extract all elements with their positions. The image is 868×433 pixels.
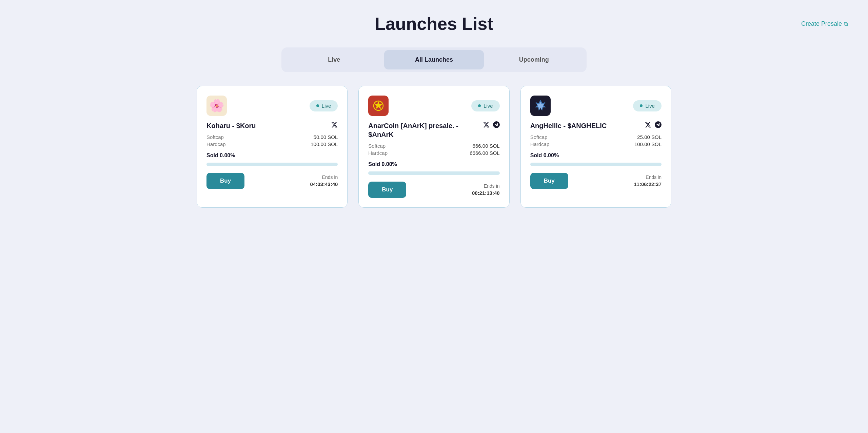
card-top-anarcoin: A Live — [368, 96, 499, 116]
card-bottom-anarcoin: Buy Ends in 00:21:13:40 — [368, 182, 499, 198]
card-title-koharu: Koharu - $Koru — [206, 121, 328, 130]
live-badge-anarcoin: Live — [471, 100, 500, 111]
svg-text:A: A — [377, 103, 380, 108]
buy-button-koharu[interactable]: Buy — [206, 173, 244, 189]
card-top-koharu: 🌸 Live — [206, 96, 338, 116]
card-title-row-koharu: Koharu - $Koru — [206, 121, 338, 130]
card-title-row-anarcoin: AnarCoin [AnArK] presale. - $AnArK — [368, 121, 499, 139]
hardcap-row-anarcoin: Hardcap 6666.00 SOL — [368, 150, 499, 156]
progress-bar-koharu — [206, 163, 338, 166]
card-anarcoin: A Live AnarCoin [AnArK] presale. - $AnAr… — [358, 86, 509, 208]
card-bottom-anghellic: Buy Ends in 11:06:22:37 — [530, 173, 662, 189]
external-link-icon: ⧉ — [844, 21, 848, 27]
twitter-icon-anghellic[interactable] — [645, 121, 651, 130]
softcap-row-anarcoin: Softcap 666.00 SOL — [368, 143, 499, 149]
softcap-row-anghellic: Softcap 25.00 SOL — [530, 134, 662, 140]
card-title-anarcoin: AnarCoin [AnArK] presale. - $AnArK — [368, 121, 479, 139]
buy-button-anarcoin[interactable]: Buy — [368, 182, 406, 198]
create-presale-link[interactable]: Create Presale ⧉ — [801, 20, 848, 27]
live-badge-anghellic: Live — [633, 100, 662, 111]
page-header: Launches List Create Presale ⧉ — [20, 14, 848, 34]
hardcap-row-anghellic: Hardcap 100.00 SOL — [530, 141, 662, 147]
card-bottom-koharu: Buy Ends in 04:03:43:40 — [206, 173, 338, 189]
live-dot-anarcoin — [478, 104, 481, 107]
social-icons-anarcoin — [483, 121, 500, 130]
telegram-icon-anghellic[interactable] — [655, 121, 662, 130]
twitter-icon-anarcoin[interactable] — [483, 121, 490, 130]
twitter-icon-koharu[interactable] — [331, 121, 338, 130]
cards-grid: 🌸 Live Koharu - $Koru Softcap 50.00 SOL — [197, 86, 671, 208]
social-icons-anghellic — [645, 121, 662, 130]
card-stats-anarcoin: Softcap 666.00 SOL Hardcap 6666.00 SOL — [368, 143, 499, 156]
progress-bar-anarcoin — [368, 171, 499, 175]
tab-all-launches[interactable]: All Launches — [384, 50, 484, 69]
card-stats-anghellic: Softcap 25.00 SOL Hardcap 100.00 SOL — [530, 134, 662, 147]
card-anghellic: Live AngHellic - $ANGHELIC Softc — [520, 86, 671, 208]
sold-label-anarcoin: Sold 0.00% — [368, 161, 499, 167]
ends-in-koharu: Ends in 04:03:43:40 — [310, 174, 338, 188]
card-stats-koharu: Softcap 50.00 SOL Hardcap 100.00 SOL — [206, 134, 338, 147]
buy-button-anghellic[interactable]: Buy — [530, 173, 568, 189]
create-presale-label: Create Presale — [801, 20, 842, 27]
page-title: Launches List — [375, 14, 493, 34]
sold-label-anghellic: Sold 0.00% — [530, 152, 662, 159]
live-dot-koharu — [316, 104, 319, 107]
card-title-row-anghellic: AngHellic - $ANGHELIC — [530, 121, 662, 130]
telegram-icon-anarcoin[interactable] — [493, 121, 500, 130]
tab-upcoming[interactable]: Upcoming — [484, 50, 584, 69]
card-koharu: 🌸 Live Koharu - $Koru Softcap 50.00 SOL — [197, 86, 348, 208]
tabs-container: Live All Launches Upcoming — [281, 47, 587, 72]
logo-anarcoin: A — [368, 96, 389, 116]
hardcap-row-koharu: Hardcap 100.00 SOL — [206, 141, 338, 147]
live-dot-anghellic — [640, 104, 643, 107]
ends-in-anarcoin: Ends in 00:21:13:40 — [472, 183, 500, 197]
logo-koharu: 🌸 — [206, 96, 227, 116]
card-top-anghellic: Live — [530, 96, 662, 116]
card-title-anghellic: AngHellic - $ANGHELIC — [530, 121, 641, 130]
logo-anghellic — [530, 96, 551, 116]
sold-label-koharu: Sold 0.00% — [206, 152, 338, 159]
live-badge-koharu: Live — [310, 100, 338, 111]
progress-bar-anghellic — [530, 163, 662, 166]
ends-in-anghellic: Ends in 11:06:22:37 — [634, 174, 662, 188]
social-icons-koharu — [331, 121, 338, 130]
tab-live[interactable]: Live — [284, 50, 384, 69]
softcap-row-koharu: Softcap 50.00 SOL — [206, 134, 338, 140]
